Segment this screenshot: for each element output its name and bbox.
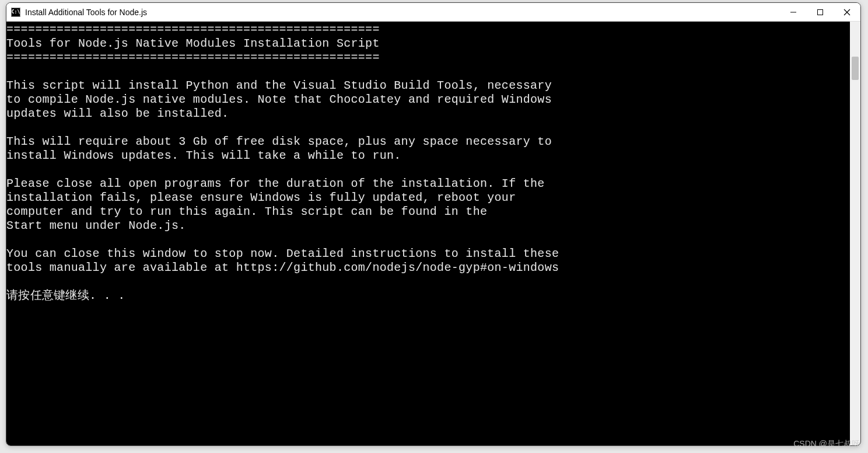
maximize-button[interactable] [807, 3, 834, 22]
maximize-icon [817, 9, 824, 16]
app-window: C:\ Install Additional Tools for Node.js… [6, 2, 861, 446]
window-controls [780, 3, 860, 21]
scrollbar-thumb[interactable] [852, 57, 859, 80]
console-body: ========================================… [6, 22, 860, 445]
console-output[interactable]: ========================================… [6, 22, 850, 445]
window-title: Install Additional Tools for Node.js [25, 8, 780, 17]
minimize-button[interactable] [780, 3, 807, 22]
close-icon [844, 9, 850, 16]
minimize-icon [790, 9, 797, 16]
cmd-icon: C:\ [11, 8, 20, 17]
close-button[interactable] [834, 3, 860, 22]
scrollbar[interactable] [850, 22, 860, 445]
titlebar[interactable]: C:\ Install Additional Tools for Node.js [6, 3, 860, 22]
svg-rect-1 [818, 10, 823, 15]
